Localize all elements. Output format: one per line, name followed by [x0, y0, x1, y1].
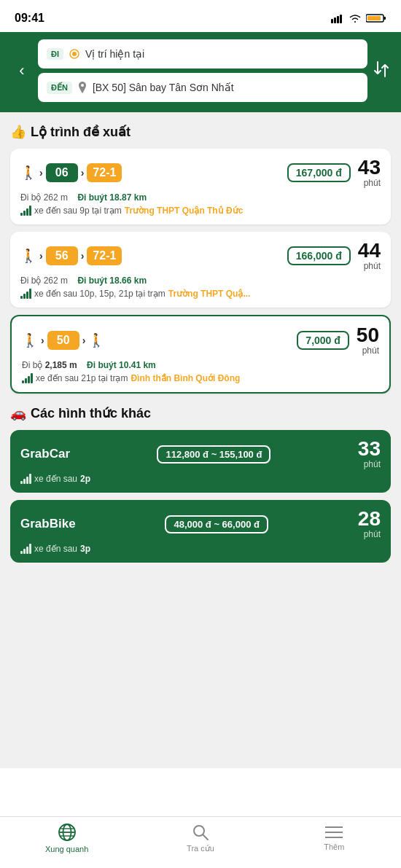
- from-field[interactable]: ĐI Vị trí hiện tại: [38, 39, 367, 69]
- grabcar-card[interactable]: GrabCar 112,800 đ ~ 155,100 đ 33 phút xe…: [10, 430, 391, 493]
- grabbike-bars-icon: [20, 544, 31, 554]
- from-label: ĐI: [47, 48, 63, 60]
- to-text: [BX 50] Sân bay Tân Sơn Nhất: [93, 82, 359, 93]
- grabcar-name: GrabCar: [20, 447, 70, 461]
- time-unit-1: phút: [358, 178, 381, 188]
- route-right-2: 166,000 đ 44 phút: [287, 241, 381, 271]
- route-top-1: 🚶 › 06 › 72-1 167,000 đ 43 phút: [20, 157, 381, 188]
- bus-badge-72-1: 72-1: [87, 163, 122, 182]
- other-section: 🚗 Các hình thức khác GrabCar 112,800 đ ~…: [10, 405, 391, 563]
- svg-line-16: [203, 834, 208, 840]
- signal-icon: [331, 14, 344, 23]
- bus-badge-56: 56: [46, 246, 78, 265]
- route-details-2: Đi bộ 262 m Đi buýt 18.66 km: [20, 275, 381, 286]
- suggested-title: 👍 Lộ trình đề xuất: [10, 124, 391, 140]
- grabbike-price: 48,000 đ ~ 66,000 đ: [165, 515, 268, 533]
- bars-icon-1: [20, 206, 31, 216]
- status-icons: [331, 13, 386, 23]
- bars-icon-3: [22, 373, 33, 383]
- nav-tra-cuu-label: Tra cứu: [187, 844, 214, 853]
- status-bar: 09:41: [0, 0, 401, 32]
- bus-km-3: Đi buýt 10.41 km: [87, 360, 156, 370]
- bus-badge-50: 50: [47, 331, 79, 350]
- to-field[interactable]: ĐẾN [BX 50] Sân bay Tân Sơn Nhất: [38, 73, 367, 102]
- nav-xung-quanh-label: Xung quanh: [45, 845, 88, 853]
- walk-icon: 🚶: [22, 332, 38, 348]
- route-icons-2: 🚶 › 56 › 72-1: [20, 246, 287, 265]
- route-top-2: 🚶 › 56 › 72-1 166,000 đ 44 phút: [20, 241, 381, 271]
- back-button[interactable]: ‹: [12, 61, 32, 80]
- bottom-nav: Xung quanh Tra cứu Thêm: [0, 816, 401, 868]
- suggested-emoji: 👍: [10, 124, 26, 140]
- bus-km-2: Đi buýt 18.66 km: [77, 275, 147, 286]
- other-title: 🚗 Các hình thức khác: [10, 405, 391, 421]
- arrow-icon: ›: [41, 335, 44, 346]
- globe-icon: [58, 823, 77, 842]
- nav-them-label: Thêm: [324, 842, 344, 851]
- price-badge-2: 166,000 đ: [287, 246, 351, 265]
- bars-icon-2: [20, 289, 31, 299]
- arrow-icon: ›: [82, 335, 86, 346]
- from-text: Vị trí hiện tại: [85, 48, 359, 60]
- arrow-icon: ›: [39, 250, 43, 262]
- route-icons-3: 🚶 › 50 › 🚶: [22, 331, 297, 350]
- arrow-icon: ›: [81, 167, 85, 179]
- search-header: ‹ ĐI Vị trí hiện tại ĐẾN [BX 50] Sân bay…: [0, 32, 401, 112]
- main-content: 👍 Lộ trình đề xuất 🚶 › 06 › 72-1 167,000…: [0, 112, 401, 768]
- to-label: ĐẾN: [47, 82, 72, 94]
- svg-point-9: [81, 84, 84, 87]
- time-unit-3: phút: [357, 345, 379, 356]
- grabcar-time-unit: phút: [358, 459, 381, 469]
- route-icons-1: 🚶 › 06 › 72-1: [20, 163, 287, 182]
- route-card-3[interactable]: 🚶 › 50 › 🚶 7,000 đ 50 phút Đi bộ 2,185 m…: [10, 315, 391, 394]
- svg-rect-1: [334, 17, 336, 23]
- price-badge-3: 7,000 đ: [297, 331, 349, 350]
- route-top-3: 🚶 › 50 › 🚶 7,000 đ 50 phút: [22, 325, 379, 356]
- route-card-1[interactable]: 🚶 › 06 › 72-1 167,000 đ 43 phút Đi bộ 26…: [10, 149, 391, 224]
- menu-icon: [325, 825, 343, 840]
- grabbike-top: GrabBike 48,000 đ ~ 66,000 đ 28 phút: [20, 509, 381, 539]
- walk-icon: 🚶: [20, 248, 36, 264]
- grabcar-wait: xe đến sau 2p: [20, 474, 381, 484]
- time-num-2: 44: [358, 241, 381, 261]
- nav-xung-quanh[interactable]: Xung quanh: [38, 823, 96, 853]
- time-num-3: 50: [357, 325, 379, 345]
- svg-rect-3: [340, 15, 342, 23]
- route-card-2[interactable]: 🚶 › 56 › 72-1 166,000 đ 44 phút Đi bộ 26…: [10, 232, 391, 308]
- nav-tra-cuu[interactable]: Tra cứu: [171, 824, 230, 853]
- grabcar-time-num: 33: [358, 439, 381, 459]
- station-1: Trường THPT Quận Thủ Đức: [125, 206, 244, 216]
- station-3: Đình thần Bình Quới Đông: [131, 373, 240, 383]
- nav-them[interactable]: Thêm: [305, 825, 363, 851]
- price-badge-1: 167,000 đ: [287, 163, 351, 182]
- grabbike-time-block: 28 phút: [358, 509, 381, 539]
- arrow-icon: ›: [81, 250, 85, 262]
- wifi-icon: [349, 13, 362, 23]
- route-details-3: Đi bộ 2,185 m Đi buýt 10.41 km: [22, 360, 379, 370]
- route-wait-3: xe đến sau 21p tại trạm Đình thần Bình Q…: [22, 373, 379, 383]
- grabbike-time-unit: phút: [358, 529, 381, 539]
- svg-rect-2: [337, 16, 339, 23]
- grabcar-wait-val: 2p: [80, 474, 90, 484]
- route-right-3: 7,000 đ 50 phút: [297, 325, 379, 356]
- grabbike-card[interactable]: GrabBike 48,000 đ ~ 66,000 đ 28 phút xe …: [10, 500, 391, 563]
- route-wait-1: xe đến sau 9p tại trạm Trường THPT Quận …: [20, 206, 381, 216]
- pin-icon: [78, 82, 87, 93]
- time-block-1: 43 phút: [358, 157, 381, 188]
- route-details-1: Đi bộ 262 m Đi buýt 18.87 km: [20, 192, 381, 203]
- walk-icon: 🚶: [20, 165, 36, 181]
- grabcar-price: 112,800 đ ~ 155,100 đ: [157, 445, 270, 464]
- svg-rect-0: [331, 19, 333, 23]
- bus-km-1: Đi buýt 18.87 km: [77, 192, 147, 203]
- bus-badge-72-1b: 72-1: [87, 246, 122, 265]
- search-icon: [192, 824, 209, 841]
- swap-button[interactable]: [373, 59, 389, 83]
- arrow-icon: ›: [39, 167, 43, 179]
- time-num-1: 43: [358, 157, 381, 178]
- time-block-2: 44 phút: [358, 241, 381, 271]
- battery-icon: [366, 13, 386, 23]
- grabcar-time-block: 33 phút: [358, 439, 381, 469]
- location-dot-icon: [69, 49, 79, 59]
- time-block-3: 50 phút: [357, 325, 379, 356]
- svg-rect-5: [384, 17, 386, 20]
